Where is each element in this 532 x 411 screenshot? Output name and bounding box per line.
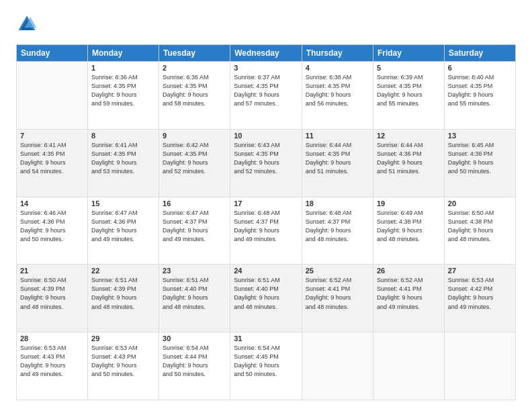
day-number: 4 (306, 64, 369, 72)
day-number: 2 (163, 64, 226, 72)
day-number: 14 (20, 199, 84, 208)
calendar-cell: 15Sunrise: 6:47 AM Sunset: 4:36 PM Dayli… (88, 197, 159, 265)
weekday-header-friday: Friday (373, 45, 444, 62)
day-info: Sunrise: 6:53 AM Sunset: 4:42 PM Dayligh… (448, 276, 512, 311)
day-number: 9 (163, 132, 226, 140)
calendar-cell: 31Sunrise: 6:54 AM Sunset: 4:45 PM Dayli… (230, 332, 302, 400)
calendar-cell: 22Sunrise: 6:51 AM Sunset: 4:39 PM Dayli… (88, 265, 159, 332)
header (16, 13, 516, 35)
day-number: 23 (163, 267, 226, 275)
weekday-header-thursday: Thursday (302, 45, 373, 62)
day-info: Sunrise: 6:38 AM Sunset: 4:35 PM Dayligh… (306, 73, 369, 108)
calendar-cell: 9Sunrise: 6:42 AM Sunset: 4:35 PM Daylig… (159, 129, 230, 197)
calendar-week-row: 1Sunrise: 6:36 AM Sunset: 4:35 PM Daylig… (17, 62, 516, 130)
calendar-week-row: 7Sunrise: 6:41 AM Sunset: 4:35 PM Daylig… (17, 129, 516, 197)
day-info: Sunrise: 6:48 AM Sunset: 4:37 PM Dayligh… (306, 209, 369, 244)
calendar-cell (302, 332, 373, 400)
day-info: Sunrise: 6:50 AM Sunset: 4:39 PM Dayligh… (20, 276, 84, 311)
weekday-header-sunday: Sunday (17, 45, 88, 62)
calendar-cell: 28Sunrise: 6:53 AM Sunset: 4:43 PM Dayli… (17, 332, 88, 400)
day-info: Sunrise: 6:51 AM Sunset: 4:40 PM Dayligh… (163, 276, 226, 311)
day-info: Sunrise: 6:53 AM Sunset: 4:43 PM Dayligh… (20, 344, 84, 379)
calendar-cell: 11Sunrise: 6:44 AM Sunset: 4:35 PM Dayli… (302, 129, 373, 197)
calendar-cell: 23Sunrise: 6:51 AM Sunset: 4:40 PM Dayli… (159, 265, 230, 332)
day-info: Sunrise: 6:43 AM Sunset: 4:35 PM Dayligh… (234, 141, 298, 176)
day-info: Sunrise: 6:47 AM Sunset: 4:37 PM Dayligh… (163, 209, 226, 244)
calendar-cell: 4Sunrise: 6:38 AM Sunset: 4:35 PM Daylig… (302, 62, 373, 130)
calendar-week-row: 21Sunrise: 6:50 AM Sunset: 4:39 PM Dayli… (17, 265, 516, 332)
day-info: Sunrise: 6:44 AM Sunset: 4:36 PM Dayligh… (377, 141, 441, 176)
calendar-cell (444, 332, 515, 400)
day-number: 8 (91, 132, 155, 140)
day-number: 28 (20, 334, 84, 342)
day-number: 12 (377, 132, 441, 140)
day-number: 31 (234, 334, 298, 342)
day-number: 5 (377, 64, 441, 72)
day-number: 25 (306, 267, 369, 275)
calendar-cell: 10Sunrise: 6:43 AM Sunset: 4:35 PM Dayli… (230, 129, 302, 197)
calendar-cell (17, 62, 88, 130)
day-info: Sunrise: 6:40 AM Sunset: 4:35 PM Dayligh… (448, 73, 512, 108)
calendar-cell: 17Sunrise: 6:48 AM Sunset: 4:37 PM Dayli… (230, 197, 302, 265)
calendar-cell: 16Sunrise: 6:47 AM Sunset: 4:37 PM Dayli… (159, 197, 230, 265)
day-info: Sunrise: 6:54 AM Sunset: 4:44 PM Dayligh… (163, 344, 226, 379)
calendar-cell: 13Sunrise: 6:45 AM Sunset: 4:36 PM Dayli… (444, 129, 515, 197)
day-info: Sunrise: 6:36 AM Sunset: 4:35 PM Dayligh… (163, 73, 226, 108)
logo-icon (16, 13, 38, 35)
calendar-cell: 18Sunrise: 6:48 AM Sunset: 4:37 PM Dayli… (302, 197, 373, 265)
day-info: Sunrise: 6:47 AM Sunset: 4:36 PM Dayligh… (91, 209, 155, 244)
day-info: Sunrise: 6:44 AM Sunset: 4:35 PM Dayligh… (306, 141, 369, 176)
day-info: Sunrise: 6:51 AM Sunset: 4:39 PM Dayligh… (91, 276, 155, 311)
day-info: Sunrise: 6:46 AM Sunset: 4:36 PM Dayligh… (20, 209, 84, 244)
day-info: Sunrise: 6:45 AM Sunset: 4:36 PM Dayligh… (448, 141, 512, 176)
calendar-cell: 5Sunrise: 6:39 AM Sunset: 4:35 PM Daylig… (373, 62, 444, 130)
calendar-cell: 7Sunrise: 6:41 AM Sunset: 4:35 PM Daylig… (17, 129, 88, 197)
calendar-cell: 6Sunrise: 6:40 AM Sunset: 4:35 PM Daylig… (444, 62, 515, 130)
day-info: Sunrise: 6:51 AM Sunset: 4:40 PM Dayligh… (234, 276, 298, 311)
day-info: Sunrise: 6:52 AM Sunset: 4:41 PM Dayligh… (377, 276, 441, 311)
day-number: 21 (20, 267, 84, 275)
day-number: 7 (20, 132, 84, 140)
calendar-cell: 30Sunrise: 6:54 AM Sunset: 4:44 PM Dayli… (159, 332, 230, 400)
day-number: 13 (448, 132, 512, 140)
calendar-cell: 19Sunrise: 6:49 AM Sunset: 4:38 PM Dayli… (373, 197, 444, 265)
day-number: 3 (234, 64, 298, 72)
day-number: 15 (91, 199, 155, 208)
day-info: Sunrise: 6:49 AM Sunset: 4:38 PM Dayligh… (377, 209, 441, 244)
weekday-header-wednesday: Wednesday (230, 45, 302, 62)
day-number: 27 (448, 267, 512, 275)
day-info: Sunrise: 6:48 AM Sunset: 4:37 PM Dayligh… (234, 209, 298, 244)
day-number: 18 (306, 199, 369, 208)
day-info: Sunrise: 6:37 AM Sunset: 4:35 PM Dayligh… (234, 73, 298, 108)
day-info: Sunrise: 6:41 AM Sunset: 4:35 PM Dayligh… (91, 141, 155, 176)
day-number: 20 (448, 199, 512, 208)
day-number: 30 (163, 334, 226, 342)
calendar-cell (373, 332, 444, 400)
day-number: 26 (377, 267, 441, 275)
calendar-cell: 20Sunrise: 6:50 AM Sunset: 4:38 PM Dayli… (444, 197, 515, 265)
calendar-cell: 26Sunrise: 6:52 AM Sunset: 4:41 PM Dayli… (373, 265, 444, 332)
calendar-cell: 8Sunrise: 6:41 AM Sunset: 4:35 PM Daylig… (88, 129, 159, 197)
calendar-cell: 29Sunrise: 6:53 AM Sunset: 4:43 PM Dayli… (88, 332, 159, 400)
day-number: 29 (91, 334, 155, 342)
day-number: 16 (163, 199, 226, 208)
calendar-cell: 12Sunrise: 6:44 AM Sunset: 4:36 PM Dayli… (373, 129, 444, 197)
weekday-header-row: SundayMondayTuesdayWednesdayThursdayFrid… (17, 45, 516, 62)
day-number: 22 (91, 267, 155, 275)
day-info: Sunrise: 6:54 AM Sunset: 4:45 PM Dayligh… (234, 344, 298, 379)
calendar: SundayMondayTuesdayWednesdayThursdayFrid… (16, 44, 516, 400)
day-number: 6 (448, 64, 512, 72)
day-number: 10 (234, 132, 298, 140)
day-number: 19 (377, 199, 441, 208)
day-info: Sunrise: 6:42 AM Sunset: 4:35 PM Dayligh… (163, 141, 226, 176)
calendar-cell: 24Sunrise: 6:51 AM Sunset: 4:40 PM Dayli… (230, 265, 302, 332)
calendar-cell: 2Sunrise: 6:36 AM Sunset: 4:35 PM Daylig… (159, 62, 230, 130)
calendar-week-row: 28Sunrise: 6:53 AM Sunset: 4:43 PM Dayli… (17, 332, 516, 400)
calendar-cell: 1Sunrise: 6:36 AM Sunset: 4:35 PM Daylig… (88, 62, 159, 130)
day-info: Sunrise: 6:41 AM Sunset: 4:35 PM Dayligh… (20, 141, 84, 176)
day-info: Sunrise: 6:52 AM Sunset: 4:41 PM Dayligh… (306, 276, 369, 311)
day-number: 17 (234, 199, 298, 208)
day-info: Sunrise: 6:39 AM Sunset: 4:35 PM Dayligh… (377, 73, 441, 108)
day-info: Sunrise: 6:53 AM Sunset: 4:43 PM Dayligh… (91, 344, 155, 379)
calendar-cell: 3Sunrise: 6:37 AM Sunset: 4:35 PM Daylig… (230, 62, 302, 130)
